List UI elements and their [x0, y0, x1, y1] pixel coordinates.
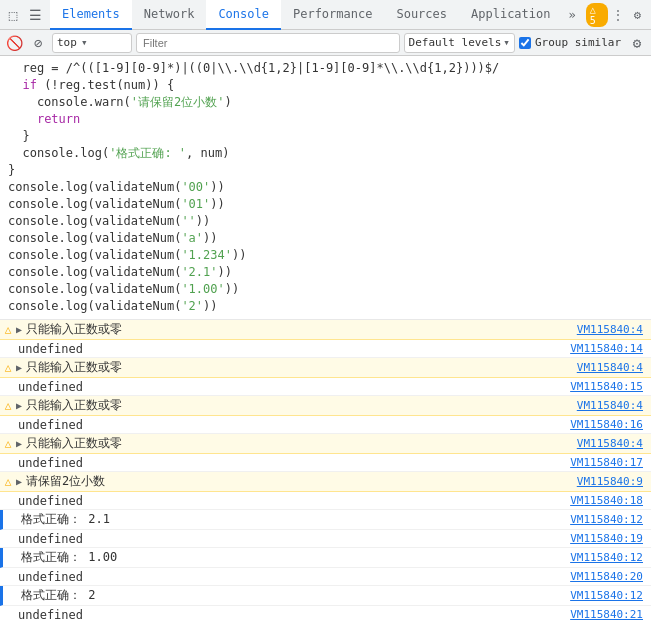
warn-icon: △ [0, 399, 16, 412]
source-link[interactable]: VM115840:9 [577, 475, 651, 488]
source-link[interactable]: VM115840:4 [577, 323, 651, 336]
code-line-14: console.log(validateNum('1.00')) [0, 281, 651, 298]
expand-arrow-icon[interactable]: ▶ [16, 476, 22, 487]
source-link[interactable]: VM115840:12 [570, 589, 651, 602]
settings-gear-icon[interactable]: ⚙ [628, 8, 647, 22]
console-row-10: 格式正确： 2.1 VM115840:12 [0, 510, 651, 530]
code-line-5: } [0, 128, 651, 145]
code-editor: reg = /^(([1-9][0-9]*)|((0|\\.\\d{1,2}|[… [0, 56, 651, 320]
source-link[interactable]: VM115840:4 [577, 437, 651, 450]
warn-icon: △ [0, 475, 16, 488]
console-message-text: 请保留2位小数 [24, 473, 577, 490]
source-link[interactable]: VM115840:4 [577, 361, 651, 374]
code-line-2: if (!reg.test(num)) { [0, 77, 651, 94]
code-line-11: console.log(validateNum('a')) [0, 230, 651, 247]
console-settings-icon[interactable]: ⚙ [627, 33, 647, 53]
tab-icon-group: ⬚ ☰ [4, 6, 44, 24]
console-row-6: △ ▶ 只能输入正数或零 VM115840:4 [0, 434, 651, 454]
levels-arrow-icon: ▾ [503, 36, 510, 49]
console-message-text: undefined [16, 342, 570, 356]
source-link[interactable]: VM115840:20 [570, 570, 651, 583]
code-line-13: console.log(validateNum('2.1')) [0, 264, 651, 281]
expand-arrow-icon[interactable]: ▶ [16, 362, 22, 373]
console-message-text: undefined [16, 608, 570, 622]
console-row-8: △ ▶ 请保留2位小数 VM115840:9 [0, 472, 651, 492]
console-toolbar: 🚫 ⊘ top ▾ Default levels ▾ Group similar… [0, 30, 651, 56]
console-row-1: undefined VM115840:14 [0, 340, 651, 358]
source-link[interactable]: VM115840:17 [570, 456, 651, 469]
console-row-3: undefined VM115840:15 [0, 378, 651, 396]
code-line-1: reg = /^(([1-9][0-9]*)|((0|\\.\\d{1,2}|[… [0, 60, 651, 77]
code-line-12: console.log(validateNum('1.234')) [0, 247, 651, 264]
tab-sources[interactable]: Sources [384, 0, 459, 30]
tab-performance[interactable]: Performance [281, 0, 384, 30]
console-message-text: 格式正确： 1.00 [19, 549, 570, 566]
console-row-13: undefined VM115840:20 [0, 568, 651, 586]
source-link[interactable]: VM115840:18 [570, 494, 651, 507]
warn-icon: △ [0, 323, 16, 336]
warn-icon: △ [0, 361, 16, 374]
code-line-15: console.log(validateNum('2')) [0, 298, 651, 315]
console-row-0: △ ▶ 只能输入正数或零 VM115840:4 [0, 320, 651, 340]
expand-arrow-icon[interactable]: ▶ [16, 438, 22, 449]
tab-application[interactable]: Application [459, 0, 562, 30]
code-line-6: console.log('格式正确: ', num) [0, 145, 651, 162]
console-row-7: undefined VM115840:17 [0, 454, 651, 472]
group-similar-checkbox[interactable] [519, 37, 531, 49]
inspect-icon[interactable]: ⬚ [4, 6, 22, 24]
levels-selector[interactable]: Default levels ▾ [404, 33, 515, 53]
console-row-4: △ ▶ 只能输入正数或零 VM115840:4 [0, 396, 651, 416]
code-line-9: console.log(validateNum('01')) [0, 196, 651, 213]
expand-arrow-icon[interactable]: ▶ [16, 324, 22, 335]
console-message-text: undefined [16, 380, 570, 394]
console-row-14: 格式正确： 2 VM115840:12 [0, 586, 651, 606]
tab-elements[interactable]: Elements [50, 0, 132, 30]
context-selector[interactable]: top ▾ [52, 33, 132, 53]
code-line-7: } [0, 162, 651, 179]
console-message-text: undefined [16, 456, 570, 470]
filter-input[interactable] [136, 33, 400, 53]
warn-icon: △ [0, 437, 16, 450]
source-link[interactable]: VM115840:14 [570, 342, 651, 355]
context-arrow-icon: ▾ [81, 36, 88, 49]
tab-network[interactable]: Network [132, 0, 207, 30]
source-link[interactable]: VM115840:16 [570, 418, 651, 431]
console-row-9: undefined VM115840:18 [0, 492, 651, 510]
levels-label: Default levels [409, 36, 502, 49]
console-message-text: 只能输入正数或零 [24, 359, 577, 376]
tab-bar: ⬚ ☰ Elements Network Console Performance… [0, 0, 651, 30]
clear-console-button[interactable]: 🚫 [4, 33, 24, 53]
group-similar-toggle[interactable]: Group similar [519, 36, 621, 49]
tab-dots-button[interactable]: ⋮ [608, 8, 628, 22]
group-similar-label: Group similar [535, 36, 621, 49]
more-tabs-button[interactable]: » [563, 0, 582, 30]
warning-badge: △ 5 [586, 3, 608, 27]
source-link[interactable]: VM115840:12 [570, 551, 651, 564]
code-line-4: return [0, 111, 651, 128]
console-message-text: 格式正确： 2 [19, 587, 570, 604]
source-link[interactable]: VM115840:19 [570, 532, 651, 545]
code-line-8: console.log(validateNum('00')) [0, 179, 651, 196]
console-message-text: 格式正确： 2.1 [19, 511, 570, 528]
console-row-11: undefined VM115840:19 [0, 530, 651, 548]
console-message-text: 只能输入正数或零 [24, 397, 577, 414]
source-link[interactable]: VM115840:15 [570, 380, 651, 393]
source-link[interactable]: VM115840:4 [577, 399, 651, 412]
expand-arrow-icon[interactable]: ▶ [16, 400, 22, 411]
console-output-area: △ ▶ 只能输入正数或零 VM115840:4 undefined VM1158… [0, 320, 651, 622]
console-row-12: 格式正确： 1.00 VM115840:12 [0, 548, 651, 568]
context-value: top [57, 36, 77, 49]
tab-console[interactable]: Console [206, 0, 281, 30]
console-row-2: △ ▶ 只能输入正数或零 VM115840:4 [0, 358, 651, 378]
console-row-15: undefined VM115840:21 [0, 606, 651, 622]
console-message-text: undefined [16, 570, 570, 584]
console-message-text: 只能输入正数或零 [24, 435, 577, 452]
console-message-text: undefined [16, 418, 570, 432]
source-link[interactable]: VM115840:21 [570, 608, 651, 621]
console-row-5: undefined VM115840:16 [0, 416, 651, 434]
source-link[interactable]: VM115840:12 [570, 513, 651, 526]
console-message-text: undefined [16, 532, 570, 546]
stop-button[interactable]: ⊘ [28, 33, 48, 53]
code-line-3: console.warn('请保留2位小数') [0, 94, 651, 111]
device-icon[interactable]: ☰ [26, 6, 44, 24]
